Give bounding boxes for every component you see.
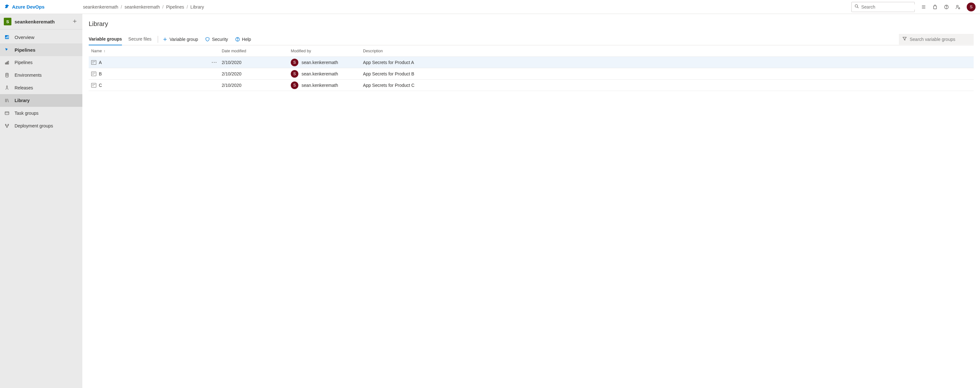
sidebar-item-label: Overview	[14, 35, 35, 40]
user-avatar[interactable]: S	[967, 3, 975, 11]
action-label: Security	[212, 37, 228, 42]
search-input[interactable]	[861, 5, 916, 10]
environments-icon	[4, 73, 10, 78]
new-item-button[interactable]	[72, 19, 77, 25]
sidebar-item-overview[interactable]: Overview	[0, 31, 82, 43]
row-name: B	[99, 71, 102, 77]
breadcrumb-separator: /	[186, 5, 188, 10]
svg-rect-13	[6, 37, 6, 38]
project-switcher[interactable]: S seankenkeremath	[4, 18, 55, 26]
topbar: Azure DevOps seankenkeremath / seankenke…	[0, 0, 980, 14]
tab-secure-files[interactable]: Secure files	[128, 33, 151, 45]
row-user: sean.kenkeremath	[302, 60, 338, 65]
column-modified-by[interactable]: Modified by	[291, 49, 363, 53]
row-date: 2/10/2020	[222, 60, 291, 65]
table-row[interactable]: B ··· 2/10/2020 S sean.kenkeremath App S…	[89, 68, 974, 80]
releases-icon	[4, 85, 10, 90]
library-icon	[4, 98, 10, 103]
sidebar-item-label: Pipelines	[14, 47, 35, 53]
project-name: seankenkeremath	[14, 19, 55, 24]
new-variable-group-button[interactable]: Variable group	[162, 37, 198, 42]
sidebar-item-label: Library	[14, 98, 29, 103]
task-groups-icon	[4, 111, 10, 116]
marketplace-icon[interactable]	[932, 5, 937, 10]
list-icon[interactable]	[921, 5, 926, 10]
variable-groups-table: Name ↑ Date modified Modified by Descrip…	[89, 45, 974, 91]
pipelines-icon	[4, 47, 10, 52]
filter-input[interactable]	[910, 37, 970, 42]
sidebar-nav: Overview Pipelines Pipelines Environment…	[0, 29, 82, 132]
user-settings-icon[interactable]	[955, 5, 960, 10]
row-date: 2/10/2020	[222, 71, 291, 77]
variable-group-icon	[91, 83, 96, 88]
sidebar-item-deployment-groups[interactable]: Deployment groups	[0, 120, 82, 132]
table-row[interactable]: A ··· 2/10/2020 S sean.kenkeremath App S…	[89, 57, 974, 68]
sidebar-item-pipelines-section[interactable]: Pipelines	[0, 43, 82, 56]
svg-point-8	[956, 5, 958, 6]
main-content: Library Variable groups Secure files Var…	[82, 14, 980, 388]
svg-point-28	[8, 124, 9, 125]
logo-block[interactable]: Azure DevOps	[5, 4, 83, 10]
svg-rect-25	[5, 112, 9, 115]
column-date[interactable]: Date modified	[222, 49, 291, 53]
sidebar-item-label: Task groups	[14, 111, 38, 116]
user-avatar-small: S	[291, 81, 298, 89]
overview-icon	[4, 35, 10, 40]
column-description[interactable]: Description	[363, 49, 974, 53]
column-name[interactable]: Name ↑	[89, 49, 222, 53]
help-icon[interactable]	[944, 5, 949, 10]
security-button[interactable]: Security	[205, 37, 228, 42]
project-badge: S	[4, 18, 11, 26]
breadcrumb-page[interactable]: Library	[190, 5, 204, 10]
brand-text: Azure DevOps	[12, 4, 45, 10]
breadcrumb-area[interactable]: Pipelines	[166, 5, 184, 10]
sidebar-item-label: Releases	[14, 85, 33, 90]
svg-rect-18	[8, 61, 9, 64]
svg-rect-15	[8, 35, 8, 38]
row-user: sean.kenkeremath	[302, 71, 338, 77]
breadcrumb-org[interactable]: seankenkeremath	[83, 5, 118, 10]
filter-search[interactable]	[899, 34, 974, 45]
shield-icon	[205, 37, 210, 42]
deployment-groups-icon	[4, 123, 10, 128]
pipeline-runs-icon	[4, 60, 10, 65]
user-avatar-small: S	[291, 70, 298, 78]
svg-rect-14	[6, 36, 7, 38]
filter-icon	[902, 36, 907, 42]
variable-group-icon	[91, 60, 96, 65]
sidebar-item-label: Environments	[14, 73, 42, 78]
svg-rect-5	[934, 6, 936, 8]
sidebar-item-pipelines[interactable]: Pipelines	[0, 56, 82, 69]
svg-point-7	[946, 8, 947, 8]
svg-point-0	[855, 5, 858, 7]
breadcrumb-separator: /	[162, 5, 164, 10]
tab-variable-groups[interactable]: Variable groups	[89, 33, 122, 45]
table-header: Name ↑ Date modified Modified by Descrip…	[89, 45, 974, 57]
variable-group-icon	[91, 72, 96, 76]
sidebar-item-environments[interactable]: Environments	[0, 69, 82, 81]
row-date: 2/10/2020	[222, 83, 291, 88]
sidebar-item-label: Deployment groups	[14, 123, 53, 128]
sidebar-project-header: S seankenkeremath	[0, 14, 82, 29]
help-circle-icon	[235, 37, 240, 42]
svg-rect-16	[5, 63, 6, 64]
row-user: sean.kenkeremath	[302, 83, 338, 88]
sidebar-item-library[interactable]: Library	[0, 94, 82, 107]
breadcrumb-project[interactable]: seankenkeremath	[124, 5, 160, 10]
action-label: Help	[242, 37, 251, 42]
sidebar-item-releases[interactable]: Releases	[0, 81, 82, 94]
row-more-actions[interactable]: ···	[212, 60, 217, 65]
user-avatar-small: S	[291, 59, 298, 66]
tab-bar: Variable groups Secure files Variable gr…	[89, 33, 974, 45]
row-name: A	[99, 60, 102, 65]
table-row[interactable]: C ··· 2/10/2020 S sean.kenkeremath App S…	[89, 80, 974, 91]
row-name: C	[99, 83, 102, 88]
help-button[interactable]: Help	[235, 37, 251, 42]
global-search[interactable]	[851, 2, 915, 12]
svg-line-24	[8, 99, 8, 102]
action-label: Variable group	[169, 37, 198, 42]
sort-ascending-icon: ↑	[103, 49, 105, 53]
svg-point-29	[6, 127, 8, 128]
sidebar-item-task-groups[interactable]: Task groups	[0, 107, 82, 120]
svg-point-9	[958, 8, 960, 9]
